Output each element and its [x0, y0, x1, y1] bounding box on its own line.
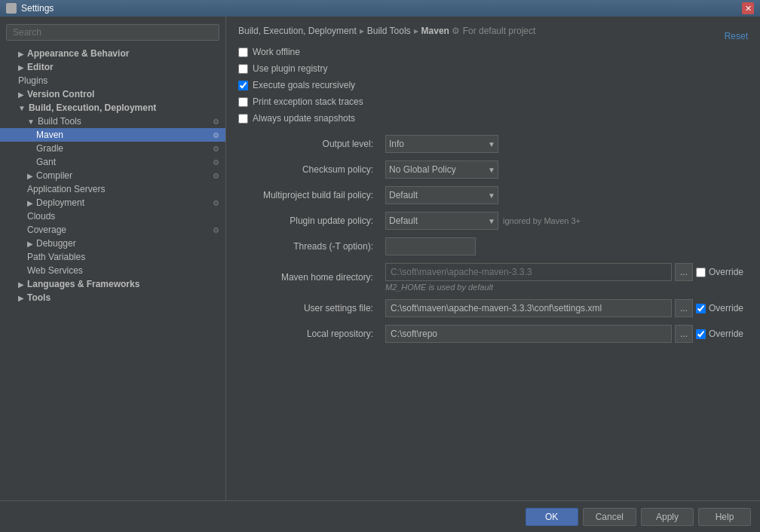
checksum-policy-label: Checksum policy:: [238, 157, 381, 182]
title-bar: Settings ✕: [0, 0, 760, 17]
arrow-icon: ▼: [27, 118, 35, 126]
sidebar-item-label: Clouds: [27, 211, 55, 222]
execute-goals-checkbox[interactable]: [238, 81, 248, 90]
sidebar-item-application-servers[interactable]: Application Servers: [0, 182, 225, 196]
breadcrumb-part-2: Build Tools: [367, 26, 411, 36]
local-repository-override-label: Override: [709, 329, 743, 339]
plugin-update-label: Plugin update policy:: [238, 208, 381, 234]
sidebar-item-deployment[interactable]: ▶ Deployment ⚙: [0, 196, 225, 209]
checksum-policy-select[interactable]: No Global Policy Strict Warn Ignore: [385, 161, 498, 179]
config-icon: ⚙: [213, 145, 219, 153]
settings-form: Output level: Debug Info Warn Error Fata…: [238, 131, 748, 347]
config-icon: ⚙: [213, 172, 219, 180]
work-offline-row: Work offline: [238, 47, 748, 57]
sidebar-item-build-tools[interactable]: ▼ Build Tools ⚙: [0, 115, 225, 128]
print-exception-row: Print exception stack traces: [238, 96, 748, 107]
sidebar-item-label: Coverage: [27, 225, 66, 235]
sidebar-item-label: Compiler: [36, 170, 72, 181]
maven-home-row: Maven home directory: ... Override: [238, 259, 748, 295]
user-settings-override-checkbox[interactable]: [696, 304, 706, 313]
multiproject-build-row: Multiproject build fail policy: Default …: [238, 182, 748, 208]
reset-button[interactable]: Reset: [725, 31, 748, 41]
sidebar-item-languages[interactable]: ▶ Languages & Frameworks: [0, 277, 225, 291]
execute-goals-label: Execute goals recursively: [253, 80, 355, 90]
close-button[interactable]: ✕: [742, 2, 754, 14]
sidebar-item-label: Maven: [36, 130, 63, 140]
sidebar-item-label: Debugger: [36, 238, 76, 249]
sidebar-item-appearance[interactable]: ▶ Appearance & Behavior: [0, 47, 225, 60]
arrow-icon: ▼: [18, 104, 26, 112]
for-default-text: ⚙ For default project: [452, 26, 535, 36]
maven-home-browse-button[interactable]: ...: [675, 263, 693, 281]
plugin-update-select[interactable]: Default Always Never Daily: [385, 212, 498, 230]
footer-buttons: OK Cancel Apply Help: [0, 500, 760, 532]
local-repository-row: Local repository: ... Override: [238, 321, 748, 347]
ok-button[interactable]: OK: [526, 508, 578, 526]
user-settings-label: User settings file:: [238, 295, 381, 321]
plugin-update-select-wrapper: Default Always Never Daily ▼: [385, 212, 498, 230]
local-repository-input[interactable]: [385, 325, 672, 343]
use-plugin-registry-checkbox[interactable]: [238, 64, 248, 74]
user-settings-browse-button[interactable]: ...: [675, 299, 693, 317]
sidebar-item-debugger[interactable]: ▶ Debugger: [0, 237, 225, 250]
local-repository-override-checkbox[interactable]: [696, 329, 706, 339]
local-repository-label: Local repository:: [238, 321, 381, 347]
maven-home-input: [385, 263, 672, 281]
breadcrumb-arrow-1: ▸: [360, 26, 364, 36]
sidebar-item-coverage[interactable]: Coverage ⚙: [0, 223, 225, 237]
sidebar-item-label: Tools: [27, 292, 51, 303]
multiproject-build-select[interactable]: Default Never Always At End: [385, 186, 498, 204]
checksum-policy-select-wrapper: No Global Policy Strict Warn Ignore ▼: [385, 161, 498, 179]
output-level-select[interactable]: Debug Info Warn Error Fatal: [385, 135, 498, 153]
right-panel: Build, Execution, Deployment ▸ Build Too…: [226, 17, 760, 500]
help-button[interactable]: Help: [698, 508, 751, 526]
threads-row: Threads (-T option):: [238, 234, 748, 259]
sidebar-item-label: Gradle: [36, 143, 63, 154]
sidebar-item-compiler[interactable]: ▶ Compiler ⚙: [0, 169, 225, 182]
sidebar-item-plugins[interactable]: Plugins: [0, 74, 225, 87]
sidebar-item-label: Version Control: [27, 89, 94, 99]
user-settings-row: User settings file: ... Override: [238, 295, 748, 321]
plugin-update-hint: ignored by Maven 3+: [503, 216, 581, 225]
local-repository-browse-button[interactable]: ...: [675, 325, 693, 343]
sidebar-item-editor[interactable]: ▶ Editor: [0, 60, 225, 74]
config-icon: ⚙: [213, 158, 219, 167]
sidebar-item-label: Build, Execution, Deployment: [29, 102, 156, 113]
output-level-row: Output level: Debug Info Warn Error Fata…: [238, 131, 748, 157]
execute-goals-row: Execute goals recursively: [238, 80, 748, 90]
sidebar-item-gradle[interactable]: Gradle ⚙: [0, 142, 225, 155]
sidebar-item-gant[interactable]: Gant ⚙: [0, 155, 225, 169]
sidebar-item-path-variables[interactable]: Path Variables: [0, 250, 225, 264]
multiproject-build-select-wrapper: Default Never Always At End ▼: [385, 186, 498, 204]
sidebar-item-version-control[interactable]: ▶ Version Control: [0, 87, 225, 101]
work-offline-checkbox[interactable]: [238, 47, 248, 57]
threads-input[interactable]: [385, 237, 476, 255]
arrow-icon: ▶: [27, 199, 33, 207]
content-area: ▶ Appearance & Behavior ▶ Editor Plugins…: [0, 17, 760, 500]
sidebar-item-label: Web Services: [27, 265, 83, 276]
work-offline-label: Work offline: [253, 47, 300, 57]
search-input[interactable]: [6, 24, 219, 41]
always-update-checkbox[interactable]: [238, 114, 248, 124]
sidebar-item-label: Application Servers: [27, 184, 105, 194]
user-settings-input[interactable]: [385, 299, 672, 317]
arrow-icon: ▶: [18, 294, 24, 302]
plugin-update-row-inner: Default Always Never Daily ▼ ignored by …: [385, 212, 743, 230]
apply-button[interactable]: Apply: [641, 508, 694, 526]
sidebar-item-build-execution[interactable]: ▼ Build, Execution, Deployment: [0, 101, 225, 115]
maven-home-note: M2_HOME is used by default: [385, 283, 743, 292]
sidebar-item-web-services[interactable]: Web Services: [0, 264, 225, 277]
cancel-button[interactable]: Cancel: [583, 508, 636, 526]
sidebar-item-label: Path Variables: [27, 252, 85, 262]
print-exception-checkbox[interactable]: [238, 97, 248, 107]
output-level-label: Output level:: [238, 131, 381, 157]
breadcrumb: Build, Execution, Deployment ▸ Build Too…: [238, 26, 535, 36]
maven-home-override: Override: [696, 267, 743, 277]
sidebar-item-tools[interactable]: ▶ Tools: [0, 291, 225, 304]
config-icon: ⚙: [213, 118, 219, 126]
maven-home-override-checkbox[interactable]: [696, 268, 706, 277]
sidebar-item-clouds[interactable]: Clouds: [0, 209, 225, 223]
threads-label: Threads (-T option):: [238, 234, 381, 259]
sidebar-item-label: Build Tools: [38, 116, 81, 127]
sidebar-item-maven[interactable]: Maven ⚙: [0, 128, 225, 142]
